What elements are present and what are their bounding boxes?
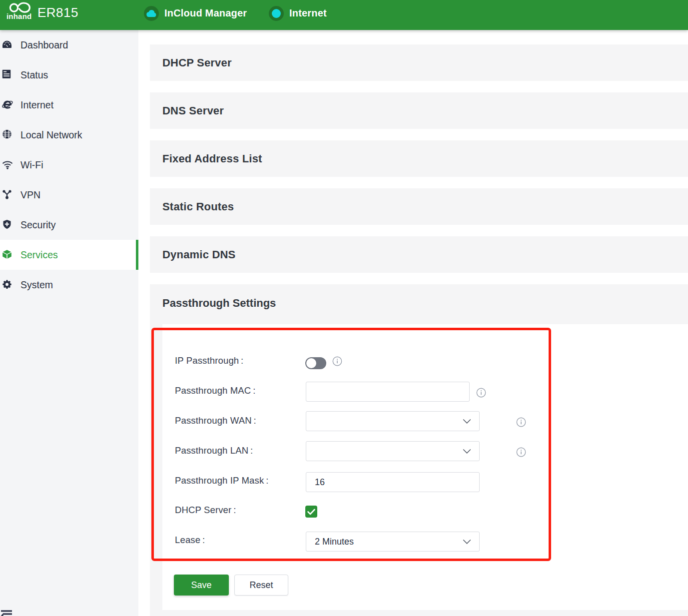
svg-text:inhand: inhand xyxy=(6,12,31,20)
